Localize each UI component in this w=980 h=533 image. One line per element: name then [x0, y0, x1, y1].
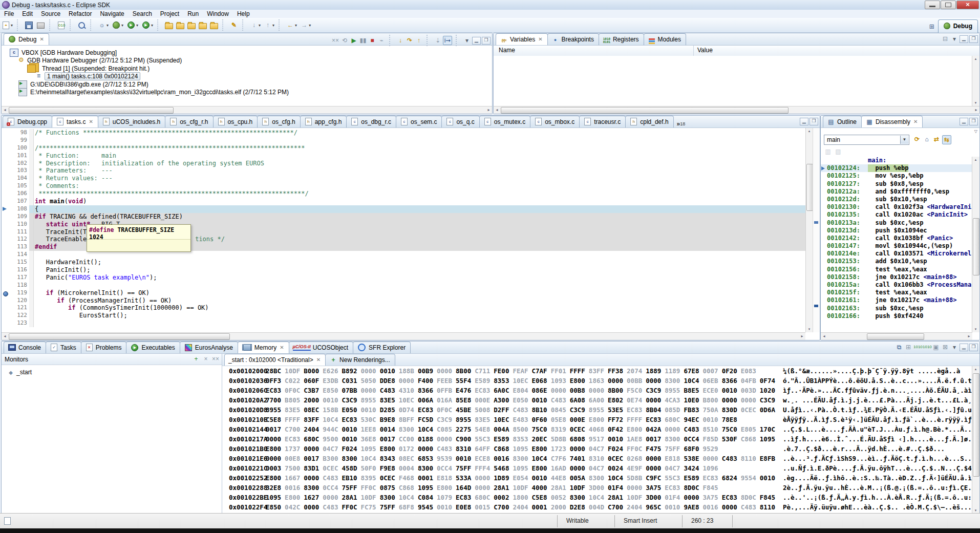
- new-memory-view-icon[interactable]: [895, 343, 903, 351]
- memory-row[interactable]: 0x0010228832E8001683000CC475FFFF0C0875C8…: [222, 483, 972, 493]
- link-renderings-icon[interactable]: [941, 343, 949, 351]
- disassembly-row[interactable]: 0010214e: call 0x103571 <Microkernel: [821, 250, 972, 258]
- memory-row[interactable]: 0x0010221C0003750083D10CEC458D50F0F9E800…: [222, 463, 972, 473]
- folding-margin[interactable]: [29, 259, 34, 266]
- editor-tab-os_cfg.h[interactable]: os_cfg.h: [257, 116, 300, 127]
- debug-perspective-button[interactable]: Debug: [938, 19, 978, 33]
- column-name[interactable]: Name: [499, 47, 515, 54]
- memory-row[interactable]: 0x001022F4E850042C0000C483FF0CFC7575FF68…: [222, 502, 972, 512]
- dropdown-icon[interactable]: ▾: [106, 23, 109, 28]
- run-icon[interactable]: [127, 22, 135, 29]
- remove-monitor-icon[interactable]: [202, 355, 210, 363]
- debug-hscrollbar[interactable]: ◂▸: [2, 106, 492, 114]
- tab-debug[interactable]: Debug ✕: [4, 33, 49, 45]
- forward-history-icon[interactable]: [300, 21, 308, 29]
- memory-row[interactable]: 0x001020A27700B80520000010C3C9895583E510…: [222, 395, 972, 405]
- external-tools-button[interactable]: ▾: [140, 20, 154, 30]
- tab-registers[interactable]: Registers: [599, 33, 644, 45]
- add-watchpoint-icon[interactable]: [824, 147, 832, 156]
- debug-tree-item[interactable]: G:\IDE\GDB\I386\gdb.exe (2/7/12 5:12 PM): [2, 80, 492, 89]
- tab-memory[interactable]: Memory✕: [238, 342, 289, 353]
- tab-variables[interactable]: Variables✕: [496, 33, 548, 45]
- maximize-view-icon[interactable]: ❐: [969, 344, 978, 351]
- close-icon[interactable]: ✕: [89, 119, 93, 124]
- memory-row[interactable]: 0x0010206CEC830F0CC3B7E85007BB0000C48343…: [222, 386, 972, 395]
- disassembly-row[interactable]: 00102147: movl $0x10944c,(%esp): [821, 242, 972, 250]
- editor-annotation-margin[interactable]: [2, 304, 9, 312]
- view-menu-icon[interactable]: [950, 35, 958, 43]
- editor-tab-os_cfg_r.h[interactable]: os_cfg_r.h: [165, 116, 213, 127]
- search-icon[interactable]: [78, 22, 85, 29]
- memory-row[interactable]: 0x001022BE1095E8001627000028A110DF830010…: [222, 493, 972, 502]
- variables-vscrollbar[interactable]: ▴▾: [972, 56, 979, 106]
- debug-tree-item[interactable]: VBOX [GDB Hardware Debugging]: [2, 49, 492, 57]
- folding-margin[interactable]: [29, 274, 34, 282]
- folding-margin[interactable]: [29, 167, 34, 175]
- folding-margin[interactable]: [29, 213, 34, 221]
- menu-window[interactable]: Window: [203, 10, 233, 17]
- tab-executables[interactable]: Executables: [126, 342, 180, 353]
- dropdown-icon[interactable]: ▾: [11, 23, 13, 28]
- editor-annotation-margin[interactable]: [2, 198, 9, 205]
- memory-row[interactable]: 0x001020D8895583E508EC158BE0500010D2850D…: [222, 405, 972, 415]
- folding-margin[interactable]: [29, 266, 34, 274]
- binary-display-icon[interactable]: [58, 22, 65, 29]
- disassembly-row[interactable]: 00102153: add $0x10,%esp: [821, 258, 972, 265]
- new-wizard-icon[interactable]: [3, 22, 9, 29]
- step-over-icon[interactable]: [406, 36, 414, 45]
- folding-margin[interactable]: [29, 236, 34, 243]
- disassembly-vscrollbar[interactable]: ▴▾: [972, 157, 979, 332]
- editor-tab-os_q.c[interactable]: os_q.c: [441, 116, 479, 127]
- editor-annotation-margin[interactable]: [2, 282, 9, 289]
- editor-annotation-margin[interactable]: [2, 319, 9, 327]
- open-project-3-icon[interactable]: [187, 23, 196, 29]
- editor-annotation-margin[interactable]: [2, 289, 9, 297]
- menu-help[interactable]: Help: [233, 10, 254, 17]
- minimize-editor-icon[interactable]: ▁: [800, 118, 808, 125]
- print-button[interactable]: [35, 20, 46, 30]
- dropdown-icon[interactable]: ▾: [136, 23, 138, 28]
- view-menu-icon[interactable]: [950, 343, 958, 351]
- menu-edit[interactable]: Edit: [18, 10, 37, 17]
- tab-breakpoints[interactable]: Breakpoints: [547, 33, 599, 45]
- folding-margin[interactable]: [29, 304, 34, 312]
- editor-tab-app_cfg.h[interactable]: app_cfg.h: [300, 116, 347, 127]
- tab-ucosobject[interactable]: µC/OS-IIUCOSObject: [289, 342, 354, 353]
- remove-all-terminated-icon[interactable]: [331, 36, 339, 45]
- editor-tab-os_mbox.c[interactable]: os_mbox.c: [530, 116, 580, 127]
- folding-margin[interactable]: [29, 297, 34, 305]
- home-icon[interactable]: [923, 135, 931, 143]
- menu-navigate[interactable]: Navigate: [96, 10, 128, 17]
- close-icon[interactable]: ✕: [316, 357, 321, 363]
- collapse-all-icon[interactable]: [941, 35, 949, 43]
- tab-problems[interactable]: Problems: [81, 342, 127, 353]
- close-icon[interactable]: ✕: [538, 36, 542, 42]
- editor-annotation-margin[interactable]: [2, 266, 9, 274]
- build-wand-icon[interactable]: [210, 23, 218, 29]
- editor-tab-Debug.cpp[interactable]: xDebug.cpp: [3, 116, 52, 127]
- new-wizard-button[interactable]: ▾: [1, 20, 14, 30]
- editor-tab-os_dbg_r.c[interactable]: os_dbg_r.c: [346, 116, 396, 127]
- editor-tab-overflow[interactable]: »18: [677, 120, 686, 127]
- editor-annotation-margin[interactable]: [2, 190, 9, 198]
- editor-annotation-margin[interactable]: [2, 297, 9, 305]
- disassembly-listing[interactable]: main:00102124: push %ebp00102125: mov %e…: [821, 157, 972, 332]
- editor-tab-tasks.c[interactable]: tasks.c✕: [52, 116, 98, 127]
- editor-annotation-margin[interactable]: [2, 144, 9, 152]
- menu-refactor[interactable]: Refactor: [65, 10, 96, 17]
- editor-tab-cpld_def.h[interactable]: cpld_def.h: [625, 116, 673, 127]
- menu-run[interactable]: Run: [183, 10, 203, 17]
- dropdown-icon[interactable]: ▾: [309, 23, 311, 28]
- close-window-button[interactable]: [956, 1, 979, 9]
- build-wand-button[interactable]: [209, 20, 219, 30]
- open-project-2-button[interactable]: [175, 20, 185, 30]
- folding-margin[interactable]: [29, 152, 34, 160]
- sync-selection-icon[interactable]: [932, 135, 941, 143]
- folding-margin[interactable]: [29, 190, 34, 198]
- minimize-view-icon[interactable]: ▁: [960, 344, 968, 351]
- memory-vscrollbar[interactable]: ▴▾: [972, 366, 979, 514]
- close-icon[interactable]: ✕: [280, 345, 284, 350]
- dropdown-icon[interactable]: ▾: [272, 23, 274, 28]
- disassembly-row[interactable]: 00102142: call 0x1038bf <Panic>: [821, 234, 972, 242]
- debug-tree-item[interactable]: 1 main() tasks.c:108 0x00102124: [2, 73, 492, 81]
